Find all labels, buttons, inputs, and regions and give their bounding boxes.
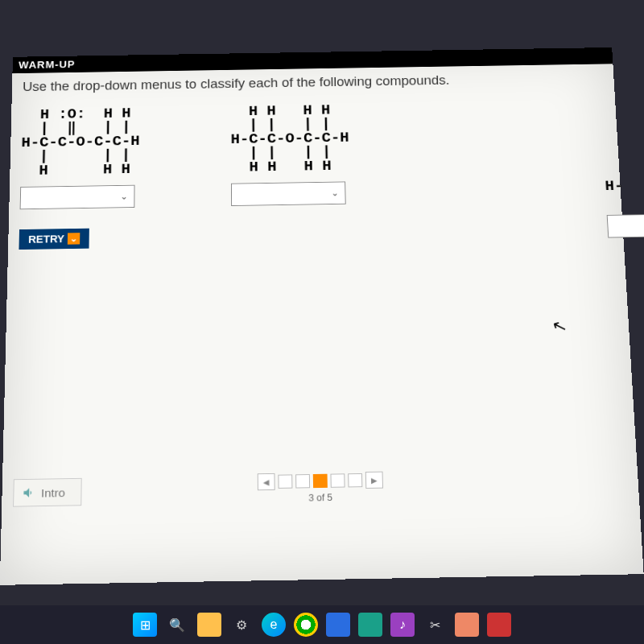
progress-step-2[interactable] bbox=[295, 474, 310, 488]
file-explorer-icon[interactable] bbox=[197, 613, 221, 637]
app-icon-4[interactable] bbox=[487, 613, 511, 637]
intro-label: Intro bbox=[41, 485, 65, 499]
progress-step-4[interactable] bbox=[330, 473, 345, 487]
chrome-icon[interactable] bbox=[294, 613, 318, 637]
windows-taskbar[interactable]: ⊞ 🔍 ⚙ e ♪ ✂ bbox=[0, 605, 644, 644]
progress-step-5[interactable] bbox=[348, 473, 362, 487]
settings-icon[interactable]: ⚙ bbox=[229, 613, 254, 637]
intro-button[interactable]: Intro bbox=[13, 478, 82, 507]
content-area: Use the drop-down menus to classify each… bbox=[8, 64, 624, 257]
structure-3-partial: H- bbox=[605, 180, 624, 194]
speaker-icon bbox=[22, 485, 36, 500]
edge-icon[interactable]: e bbox=[262, 613, 286, 637]
retry-button[interactable]: RETRY ⌄ bbox=[19, 229, 89, 250]
progress-area: ◀ ▶ 3 of 5 bbox=[258, 472, 384, 505]
progress-step-1[interactable] bbox=[278, 474, 292, 488]
classification-dropdown-1[interactable]: ⌄ bbox=[20, 185, 135, 210]
bottom-bar: Intro ◀ ▶ 3 of 5 bbox=[13, 469, 628, 506]
instruction-text: Use the drop-down menus to classify each… bbox=[23, 71, 604, 94]
chevron-down-icon: ⌄ bbox=[331, 188, 339, 198]
mouse-cursor-icon: ↖ bbox=[550, 316, 569, 337]
progress-step-3[interactable] bbox=[313, 474, 328, 488]
structure-2: H H H H | | | | H-C-C-O-C-C-H | | | | H … bbox=[230, 103, 349, 175]
chevron-down-icon: ⌄ bbox=[120, 192, 128, 201]
progress-label: 3 of 5 bbox=[308, 492, 332, 503]
next-button[interactable]: ▶ bbox=[365, 472, 383, 489]
prev-button[interactable]: ◀ bbox=[258, 473, 275, 490]
classification-dropdown-2[interactable]: ⌄ bbox=[231, 181, 346, 205]
search-icon[interactable]: 🔍 bbox=[165, 613, 189, 637]
classification-dropdown-3[interactable] bbox=[607, 214, 644, 237]
progress-boxes: ◀ ▶ bbox=[258, 472, 383, 491]
app-icon-3[interactable] bbox=[455, 613, 479, 637]
app-icon-2[interactable] bbox=[358, 613, 382, 637]
app-screen: WARM-UP Use the drop-down menus to class… bbox=[0, 47, 644, 585]
snip-icon[interactable]: ✂ bbox=[423, 613, 447, 637]
retry-label: RETRY bbox=[28, 233, 64, 245]
app-icon-1[interactable] bbox=[326, 613, 350, 637]
start-icon[interactable]: ⊞ bbox=[133, 613, 157, 637]
structure-1: H :O: H H | ‖ | | H-C-C-O-C-C-H | | | H … bbox=[20, 106, 139, 178]
retry-chevron-icon: ⌄ bbox=[68, 233, 80, 245]
compound-block-1: H :O: H H | ‖ | | H-C-C-O-C-C-H | | | H … bbox=[19, 106, 139, 250]
music-icon[interactable]: ♪ bbox=[390, 613, 415, 637]
compounds-row: H :O: H H | ‖ | | H-C-C-O-C-C-H | | | H … bbox=[19, 99, 613, 250]
compound-block-3-partial: H- bbox=[605, 179, 644, 237]
compound-block-2: H H H H | | | | H-C-C-O-C-C-H | | | | H … bbox=[230, 103, 350, 206]
